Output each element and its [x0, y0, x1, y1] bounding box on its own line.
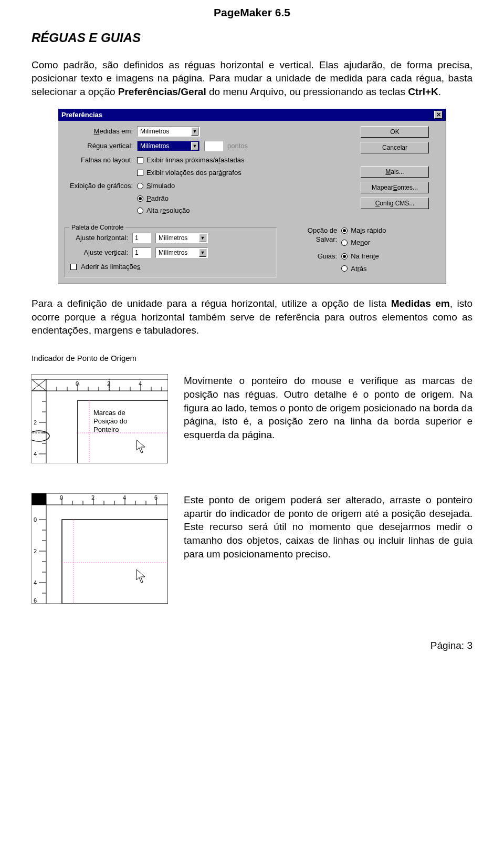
radio-label: Alta resolução — [146, 206, 190, 215]
svg-text:Marcas de: Marcas de — [93, 409, 125, 417]
vruler-dropdown[interactable]: Milímetros▼ — [137, 141, 200, 151]
radio[interactable] — [137, 195, 143, 202]
bold-shortcut: Ctrl+K — [408, 86, 438, 97]
svg-rect-67 — [62, 520, 168, 604]
radio-label: Mais rápido — [351, 226, 386, 235]
measures-dropdown[interactable]: Milímetros▼ — [137, 126, 200, 137]
config-cms-button[interactable]: Config CMS... — [361, 198, 429, 209]
ok-button[interactable]: OK — [361, 126, 429, 138]
ruler-illustration: 0 2 4 2 4 — [32, 374, 168, 463]
svg-text:6: 6 — [154, 494, 158, 501]
guides-label: Guias: — [285, 252, 337, 261]
chevron-down-icon: ▼ — [199, 234, 206, 242]
svg-text:2: 2 — [107, 380, 110, 387]
close-icon[interactable]: ✕ — [434, 111, 443, 119]
snap-checkbox[interactable] — [70, 264, 77, 270]
dialog-title: Preferências — [61, 110, 102, 120]
ruler-illustration-2: 0 2 4 6 0 2 4 6 — [32, 493, 168, 604]
dialog-titlebar: Preferências ✕ — [58, 109, 446, 121]
map-fonts-button[interactable]: Mapear Eontes... — [361, 182, 429, 193]
svg-text:6: 6 — [34, 597, 37, 604]
radio[interactable] — [137, 183, 143, 189]
svg-text:4: 4 — [34, 579, 37, 586]
radio-label: Padrão — [146, 194, 169, 203]
points-input[interactable] — [204, 141, 223, 151]
svg-text:4: 4 — [139, 380, 142, 387]
origin-drag-figure: 0 2 4 6 0 2 4 6 — [32, 493, 168, 607]
svg-text:Ponteiro: Ponteiro — [93, 426, 119, 433]
hsnap-label: Ajuste horizontal: — [70, 233, 128, 243]
radio[interactable] — [341, 240, 348, 246]
checkbox[interactable] — [137, 170, 143, 176]
gfx-label: Exibição de gráficos: — [65, 181, 133, 191]
checkbox-label: Exibir violações dos parágrafos — [146, 168, 242, 178]
cancel-button[interactable]: Cancelar — [361, 142, 429, 153]
figure-text: Movimente o ponteiro do mouse e verifiqu… — [184, 374, 472, 441]
bold-term: Medidas em — [391, 298, 450, 309]
radio[interactable] — [341, 253, 348, 260]
radio-label: Simulado — [146, 181, 175, 191]
radio-label: Menor — [351, 238, 370, 247]
svg-text:0: 0 — [34, 516, 37, 523]
checkbox[interactable] — [137, 157, 143, 163]
intro-paragraph: Como padrão, são definidos as réguas hor… — [32, 58, 472, 99]
svg-text:2: 2 — [34, 419, 37, 426]
text: . — [438, 86, 441, 97]
section-title: RÉGUAS E GUIAS — [32, 29, 472, 46]
vruler-label: Régua vertical: — [65, 141, 133, 151]
figure-caption: Indicador de Ponto de Origem — [32, 353, 472, 364]
chevron-down-icon: ▼ — [191, 142, 198, 150]
svg-text:2: 2 — [34, 548, 37, 554]
measures-label: MMedidas em:edidas em: — [65, 127, 133, 136]
bold-term: Preferências/Geral — [118, 86, 206, 97]
text: do menu Arquivo, ou pressionando as tecl… — [206, 86, 408, 97]
checkbox-label: Exibir linhas próximas/afastadas — [146, 156, 244, 165]
svg-rect-39 — [46, 493, 168, 505]
svg-text:4: 4 — [123, 494, 126, 501]
svg-text:0: 0 — [76, 380, 79, 387]
more-button[interactable]: Mais... — [361, 166, 429, 178]
vsnap-unit-dropdown[interactable]: Milímetros▼ — [155, 247, 208, 258]
hsnap-unit-dropdown[interactable]: Milímetros▼ — [155, 233, 208, 243]
points-label: pontos — [227, 141, 248, 151]
svg-text:4: 4 — [34, 451, 37, 457]
chevron-down-icon: ▼ — [199, 248, 206, 257]
vsnap-label: Ajuste vertical: — [70, 248, 128, 257]
save-label: Opção de Salvar: — [285, 226, 337, 244]
body-paragraph: Para a definição de unidade para a régua… — [32, 297, 472, 337]
text: Para a definição de unidade para a régua… — [32, 298, 391, 309]
palette-legend: Paleta de Controle — [69, 223, 125, 232]
page-footer: Página: 3 — [32, 639, 472, 652]
svg-text:0: 0 — [60, 494, 63, 501]
svg-text:Posição do: Posição do — [93, 417, 127, 425]
chevron-down-icon: ▼ — [191, 127, 198, 136]
preferences-dialog: Preferências ✕ MMedidas em:edidas em: Mi… — [58, 108, 446, 284]
vsnap-input[interactable]: 1 — [132, 247, 151, 258]
page-header: PageMaker 6.5 — [32, 5, 472, 20]
radio[interactable] — [341, 265, 348, 272]
radio[interactable] — [341, 227, 348, 234]
figure-text: Este ponto de origem poderá ser alterado… — [184, 493, 472, 561]
svg-rect-38 — [32, 493, 46, 505]
radio-label: Na frente — [351, 252, 379, 261]
snap-label: Aderir às limitações — [81, 262, 140, 272]
origin-indicator-figure: 0 2 4 2 4 — [32, 374, 168, 467]
radio[interactable] — [137, 208, 143, 214]
radio-label: Atrás — [351, 264, 366, 274]
svg-text:2: 2 — [91, 494, 94, 501]
faults-label: Falhas no layout: — [65, 156, 133, 165]
hsnap-input[interactable]: 1 — [132, 233, 151, 243]
